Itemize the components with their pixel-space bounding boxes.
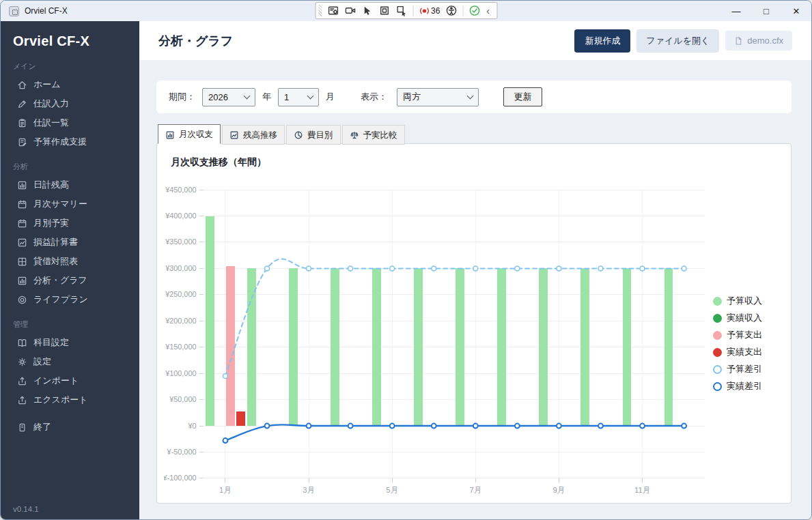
sidebar-item-exit[interactable]: 終了 <box>10 418 131 437</box>
bar-chart-icon <box>17 180 27 190</box>
bar-budget-income <box>289 268 298 426</box>
marker-actual-net <box>682 424 686 429</box>
content-area: 期間： 2026 年 1 月 表示： 両方 <box>139 60 811 519</box>
display-select[interactable]: 両方 <box>397 88 479 106</box>
marker-budget-net <box>598 266 603 271</box>
tab-balance-trend[interactable]: 残高推移 <box>222 125 285 145</box>
marker-actual-net <box>473 424 478 429</box>
bar-budget-income <box>331 268 339 426</box>
monthly-balance-chart[interactable]: ¥450,000¥400,000¥350,000¥300,000¥250,000… <box>164 175 713 496</box>
camera-icon[interactable] <box>344 5 356 16</box>
y-tick-label: ¥300,000 <box>165 264 196 272</box>
sidebar-item-label: 設定 <box>33 356 51 368</box>
cursor-select-icon[interactable] <box>361 5 373 16</box>
pie-icon <box>294 130 303 140</box>
marker-budget-net <box>348 266 353 271</box>
marker-actual-net <box>390 424 395 429</box>
sidebar: Orviel CF-X メインホーム仕訳入力仕訳一覧予算作成支援分析日計残高月次… <box>1 21 139 519</box>
marker-actual-net <box>598 424 603 429</box>
sidebar-item-monthly-budget[interactable]: 月別予実 <box>10 214 131 233</box>
table-icon <box>17 257 27 267</box>
toolbar-grip-handle[interactable] <box>318 5 322 16</box>
legend-label: 実績差引 <box>727 380 762 392</box>
sidebar-item-account-settings[interactable]: 科目設定 <box>10 333 131 352</box>
sidebar-item-life-plan[interactable]: ライフプラン <box>10 290 131 309</box>
marker-actual-net <box>307 424 311 429</box>
sidebar-item-import[interactable]: インポート <box>10 371 131 390</box>
marker-actual-net <box>432 424 436 429</box>
bar-actual-expense <box>236 411 245 427</box>
sidebar-item-label: 月次サマリー <box>33 198 87 210</box>
calendar-icon <box>17 199 27 210</box>
sidebar-item-journal-list[interactable]: 仕訳一覧 <box>10 113 131 132</box>
sidebar-item-label: 科目設定 <box>33 336 69 349</box>
tab-by-category[interactable]: 費目別 <box>286 125 341 145</box>
current-file-chip[interactable]: demo.cfx <box>725 31 792 50</box>
sidebar-item-income-statement[interactable]: 損益計算書 <box>10 233 131 252</box>
year-select[interactable]: 2026 <box>202 88 255 106</box>
y-tick-label: ¥50,000 <box>169 395 196 403</box>
import-icon <box>17 376 27 386</box>
target-icon <box>17 295 27 305</box>
sidebar-item-label: 損益計算書 <box>33 236 78 248</box>
sidebar-item-settings[interactable]: 設定 <box>10 352 131 371</box>
accessibility-icon[interactable] <box>445 5 457 16</box>
region-icon[interactable] <box>378 5 390 16</box>
open-file-button[interactable]: ファイルを開く <box>636 29 719 53</box>
tab-budget-vs-actual[interactable]: 予実比較 <box>342 125 405 145</box>
app-title: Orviel CF-X <box>13 33 131 49</box>
bar-budget-income <box>580 268 589 426</box>
legend-item-actual-expense: 実績支出 <box>713 346 784 358</box>
sidebar-item-journal-entry[interactable]: 仕訳入力 <box>10 94 131 113</box>
y-tick-label: ¥-50,000 <box>167 448 197 456</box>
marker-budget-net <box>390 266 395 271</box>
check-circle-icon[interactable] <box>468 5 480 16</box>
sidebar-item-daily-balance[interactable]: 日計残高 <box>10 175 131 194</box>
marker-actual-net <box>223 438 227 443</box>
x-tick-label: 9月 <box>553 486 565 494</box>
sidebar-item-home[interactable]: ホーム <box>10 75 131 94</box>
marker-actual-net <box>640 424 645 429</box>
filter-bar: 期間： 2026 年 1 月 表示： 両方 <box>156 81 792 113</box>
collapse-toolbar-chevron[interactable]: ‹ <box>486 5 490 16</box>
sidebar-item-budget-assist[interactable]: 予算作成支援 <box>10 132 131 151</box>
sidebar-item-export[interactable]: エクスポート <box>10 390 131 409</box>
month-select[interactable]: 1 <box>278 88 319 106</box>
sidebar-item-monthly-summary[interactable]: 月次サマリー <box>10 194 131 214</box>
bar-budget-income <box>206 216 214 426</box>
tab-label: 費目別 <box>307 130 333 141</box>
export-icon <box>17 395 27 405</box>
sidebar-item-balance-sheet[interactable]: 貸借対照表 <box>10 252 131 271</box>
exit-icon <box>17 422 27 433</box>
marker-budget-net <box>473 266 478 271</box>
bar-chart-icon <box>17 276 27 286</box>
chart-legend: 予算収入実績収入予算支出実績支出予算差引実績差引 <box>713 295 784 392</box>
title-bar[interactable]: Orviel CF-X 36 ‹ — □ ✕ <box>1 1 811 21</box>
year-select-value: 2026 <box>208 92 228 102</box>
region-cursor-icon[interactable] <box>395 5 407 16</box>
month-suffix-label: 月 <box>326 91 335 103</box>
app-window: Orviel CF-X 36 ‹ — □ ✕ Orvi <box>0 0 812 520</box>
maximize-button[interactable]: □ <box>751 1 781 21</box>
minimize-button[interactable]: — <box>721 1 751 21</box>
y-tick-label: ¥0 <box>187 422 196 430</box>
marker-budget-net <box>640 266 645 271</box>
y-tick-label: ¥200,000 <box>165 317 196 325</box>
new-file-button[interactable]: 新規作成 <box>574 29 630 53</box>
close-button[interactable]: ✕ <box>781 1 811 21</box>
page-header: 分析・グラフ 新規作成 ファイルを開く demo.cfx <box>139 21 811 60</box>
sidebar-item-label: 終了 <box>33 421 51 433</box>
tab-monthly-balance[interactable]: 月次収支 <box>158 124 221 144</box>
panel-settings-icon[interactable] <box>327 5 339 16</box>
sidebar-item-analysis-graph[interactable]: 分析・グラフ <box>10 271 131 290</box>
sidebar-section-label: 分析 <box>13 162 131 172</box>
marker-actual-net <box>515 424 520 429</box>
sidebar-item-label: 予算作成支援 <box>33 136 87 148</box>
capture-toolbar[interactable]: 36 ‹ <box>315 2 497 19</box>
update-button[interactable]: 更新 <box>503 87 542 106</box>
chevron-down-icon <box>244 92 251 99</box>
record-count: 36 <box>431 6 440 16</box>
pencil-icon <box>17 99 27 109</box>
legend-label: 実績支出 <box>727 346 762 358</box>
y-tick-label: ¥100,000 <box>165 369 196 377</box>
